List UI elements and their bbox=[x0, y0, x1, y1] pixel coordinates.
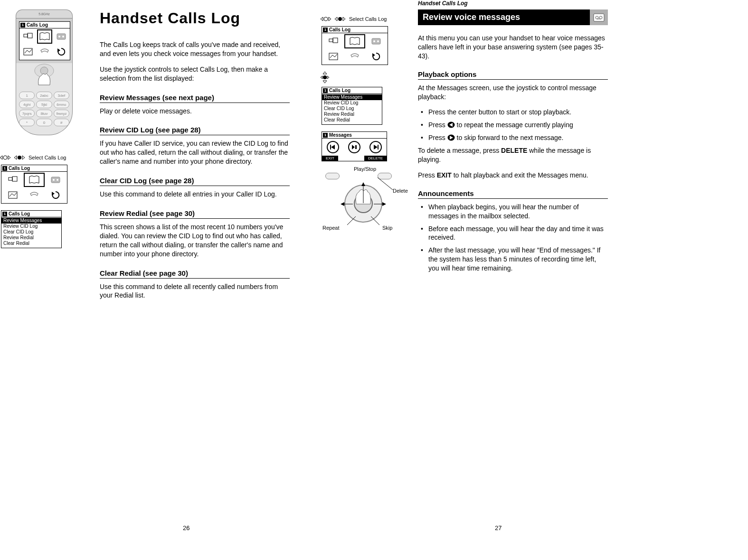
svg-marker-47 bbox=[361, 182, 365, 186]
nav-hint-select: Select Calls Log bbox=[321, 16, 416, 22]
intro-paragraph: Use the joystick controls to select Call… bbox=[100, 65, 290, 83]
nav-press-icon bbox=[14, 154, 25, 161]
key: 7pqrs bbox=[19, 110, 35, 117]
voicemail-icon bbox=[46, 173, 66, 187]
svg-rect-1 bbox=[28, 33, 32, 38]
skip-forward-icon bbox=[369, 141, 382, 153]
svg-line-53 bbox=[347, 216, 356, 225]
list-item: Press to repeat the message currently pl… bbox=[418, 121, 608, 130]
section-body: Use this command to delete all recently … bbox=[100, 282, 290, 300]
thumb-on-joystick-icon bbox=[34, 63, 55, 87]
book-icon bbox=[24, 173, 44, 187]
svg-marker-27 bbox=[343, 17, 345, 21]
label-skip: Skip bbox=[382, 225, 392, 231]
section-body: This screen shows a list of the most rec… bbox=[100, 223, 290, 259]
signal-icon: 1 bbox=[2, 212, 7, 216]
list-item: Press to skip forward to the next messag… bbox=[418, 133, 608, 142]
menu-list: Review Messages Review CID Log Clear CID… bbox=[322, 94, 382, 124]
voicemail-banner-icon bbox=[590, 9, 608, 25]
intro-paragraph: At this menu you can use your handset to… bbox=[418, 34, 608, 61]
svg-point-19 bbox=[57, 179, 58, 181]
key: 2abc bbox=[36, 92, 52, 99]
section-body: At the Messages screen, use the joystick… bbox=[418, 84, 608, 102]
svg-point-32 bbox=[377, 40, 379, 42]
nav-horizontal-icon bbox=[321, 16, 331, 22]
nav-press-icon bbox=[335, 16, 345, 22]
handset-down-icon bbox=[37, 45, 53, 59]
section-heading: Review Redial (see page 30) bbox=[100, 209, 290, 219]
redial-icon bbox=[46, 188, 66, 202]
list-item: Press the center button to start or stop… bbox=[418, 108, 608, 117]
svg-marker-37 bbox=[323, 81, 327, 83]
svg-marker-12 bbox=[14, 156, 17, 159]
playback-bullet-list: Press the center button to start or stop… bbox=[418, 108, 608, 142]
svg-point-13 bbox=[18, 156, 21, 159]
screen-title-label: Calls Log bbox=[9, 166, 30, 171]
svg-marker-38 bbox=[321, 76, 322, 79]
running-header: Handset Calls Log bbox=[418, 0, 608, 7]
section-heading: Clear CID Log (see page 28) bbox=[100, 177, 290, 186]
section-heading: Clear Redial (see page 30) bbox=[100, 269, 290, 279]
chart-icon bbox=[20, 45, 36, 59]
delete-instruction: To delete a message, press DELETE while … bbox=[418, 146, 608, 164]
menu-item: Review Messages bbox=[322, 94, 382, 100]
redial-icon bbox=[366, 49, 387, 64]
banner-title: Review voice messages bbox=[423, 12, 520, 22]
signal-icon: 1 bbox=[323, 28, 328, 32]
section-banner: Review voice messages bbox=[418, 9, 608, 25]
menu-list: Review Messages Review CID Log Clear CID… bbox=[1, 217, 61, 248]
keypad: 1 2abc 3def 4ghi 5jkl 6mno 7pqrs 8tuv 9w… bbox=[19, 92, 69, 126]
menu-item: Review Messages bbox=[1, 218, 61, 224]
label-delete: Delete bbox=[393, 188, 408, 194]
screen-title-label: Messages bbox=[329, 132, 352, 138]
svg-point-10 bbox=[3, 156, 7, 159]
svg-marker-21 bbox=[52, 192, 55, 196]
section-heading: Review Messages (see next page) bbox=[100, 93, 290, 103]
signal-icon: 1 bbox=[2, 166, 7, 171]
handset-illustration: 5.8GHz 1 Calls Log bbox=[16, 9, 73, 135]
section-body: Play or delete voice messages. bbox=[100, 107, 290, 116]
skip back-icon bbox=[327, 141, 339, 153]
svg-line-52 bbox=[378, 177, 393, 190]
softkey-delete: DELETE bbox=[364, 156, 387, 161]
page-number: 27 bbox=[495, 524, 502, 532]
svg-rect-16 bbox=[12, 177, 17, 181]
screen-calls-log-menu: 1 Calls Log Review Messages Review CID L… bbox=[1, 210, 62, 248]
book-icon bbox=[37, 29, 53, 44]
phone-screen-calls-log: 1 Calls Log bbox=[19, 21, 70, 60]
voicemail-icon bbox=[366, 34, 387, 48]
svg-marker-39 bbox=[327, 76, 329, 79]
handset-down-icon bbox=[344, 49, 365, 64]
page-title: Handset Calls Log bbox=[100, 9, 290, 27]
key: # bbox=[54, 119, 69, 126]
svg-point-4 bbox=[62, 36, 64, 37]
cid-icon bbox=[323, 34, 343, 48]
svg-marker-49 bbox=[341, 202, 344, 206]
svg-rect-43 bbox=[355, 145, 357, 149]
svg-marker-40 bbox=[331, 145, 335, 149]
svg-rect-55 bbox=[594, 14, 604, 21]
svg-point-3 bbox=[58, 36, 60, 37]
key: * bbox=[19, 119, 35, 126]
list-item: After the last message, you will hear "E… bbox=[418, 246, 608, 273]
svg-point-23 bbox=[324, 17, 328, 21]
svg-marker-51 bbox=[382, 202, 386, 206]
menu-item: Review CID Log bbox=[322, 100, 382, 106]
phone-top-band: 5.8GHz bbox=[16, 9, 73, 18]
cid-icon bbox=[20, 29, 36, 44]
svg-rect-15 bbox=[9, 177, 12, 180]
svg-point-36 bbox=[323, 75, 327, 79]
screen-calls-log-icons: 1 Calls Log bbox=[322, 26, 388, 65]
joystick-diagram: Play/Stop Delete Repeat Skip bbox=[325, 168, 406, 234]
nav-label: Select Calls Log bbox=[28, 155, 66, 160]
screen-calls-log-menu: 1 Calls Log Review Messages Review CID L… bbox=[322, 87, 382, 125]
softkey-exit: EXIT bbox=[322, 156, 338, 161]
key: 4ghi bbox=[19, 101, 35, 108]
svg-rect-20 bbox=[9, 192, 17, 198]
right-text-column: Handset Calls Log Review voice messages … bbox=[418, 0, 608, 277]
list-item: Before each message, you will hear the d… bbox=[418, 224, 608, 243]
section-body: If you have Caller ID service, you can r… bbox=[100, 139, 290, 166]
svg-point-18 bbox=[53, 179, 55, 181]
menu-item: Review CID Log bbox=[1, 224, 61, 229]
svg-rect-0 bbox=[24, 34, 28, 37]
